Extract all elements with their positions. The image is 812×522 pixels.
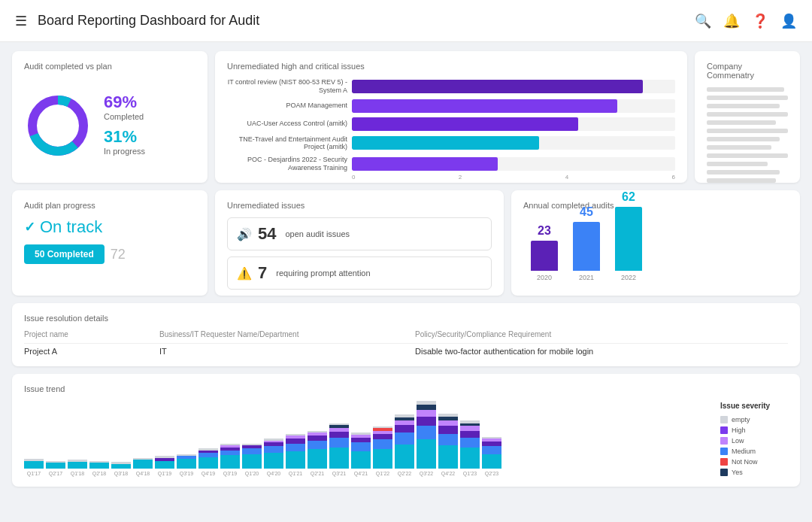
legend-label: empty — [732, 416, 750, 423]
annual-bar — [573, 222, 600, 271]
hamburger-icon[interactable]: ☰ — [15, 13, 27, 29]
bell-icon[interactable]: 🔔 — [723, 13, 740, 29]
trend-bar-col: Q1'17 — [24, 459, 44, 476]
stacked-bar — [46, 461, 65, 469]
commentary-line — [707, 170, 780, 175]
stacked-bar — [177, 454, 196, 469]
stacked-segment — [89, 463, 109, 469]
annual-bar-year: 2021 — [579, 274, 594, 281]
bar-fill — [352, 136, 539, 150]
annual-bar — [531, 241, 558, 271]
trend-bar-label: Q4'21 — [354, 471, 368, 476]
legend-swatch — [720, 458, 728, 466]
stacked-segment — [438, 445, 458, 469]
col-policy: Policy/Security/Compliance Requirement — [415, 330, 788, 338]
trend-bar-col: Q1'20 — [242, 444, 262, 476]
trend-bar-col: Q4'21 — [351, 432, 371, 476]
issue-resolution-title: Issue resolution details — [24, 314, 788, 323]
legend-label: Low — [732, 437, 744, 445]
trend-bar-label: Q1'18 — [71, 471, 84, 476]
issue-box-1: 🔊 54 open audit issues — [227, 217, 492, 250]
audit-icon: 🔊 — [237, 227, 252, 241]
trend-bar-col: Q2'17 — [46, 461, 65, 476]
trend-bar-col: Q3'19 — [177, 454, 196, 476]
trend-chart: Q1'17Q2'17Q1'18Q2'18Q3'18Q4'18Q1'19Q3'19… — [24, 401, 713, 476]
bar-fill — [352, 80, 643, 93]
trend-bar-col: Q2'23 — [482, 437, 501, 476]
bar-axis: 0246 — [227, 174, 675, 181]
commentary-line — [707, 129, 788, 133]
bar-row: UAC-User Access Control (amitk) — [227, 117, 675, 131]
search-icon[interactable]: 🔍 — [695, 13, 711, 29]
on-track-text: On track — [40, 217, 102, 237]
stacked-segment — [133, 460, 153, 469]
stacked-segment — [286, 451, 305, 469]
table-header: Project name Business/IT Requester Name/… — [24, 330, 788, 344]
bar-row: TNE-Travel and Entertainment Audit Proje… — [227, 135, 675, 152]
stacked-segment — [155, 461, 174, 469]
annual-bar-chart: 23 2020 45 2021 62 2022 — [523, 217, 788, 281]
row-2: Audit plan progress ✓ On track 50 Comple… — [12, 190, 800, 296]
inprogress-label: In progress — [104, 147, 145, 156]
legend-item: Not Now — [720, 458, 788, 466]
legend-item: Yes — [720, 469, 788, 476]
trend-bar-col: Q1'23 — [460, 420, 480, 476]
trend-bar-col: Q2'21 — [308, 431, 327, 476]
bar-track — [352, 80, 675, 93]
issue1-desc: open audit issues — [285, 229, 350, 238]
stacked-bar — [24, 459, 44, 469]
stacked-segment — [329, 448, 349, 469]
trend-bar-col: Q4'18 — [133, 458, 153, 476]
page-title: Board Reporting Dashboard for Audit — [38, 13, 695, 29]
trend-bar-label: Q4'19 — [201, 471, 215, 476]
trend-bar-label: Q4'18 — [136, 471, 150, 476]
stacked-segment — [329, 432, 349, 438]
trend-bar-label: Q4'22 — [441, 471, 455, 476]
trend-bar-col: Q3'18 — [111, 462, 131, 476]
stacked-bar — [286, 434, 305, 469]
issue-resolution-card: Issue resolution details Project name Bu… — [12, 303, 800, 366]
bar-label: UAC-User Access Control (amitk) — [227, 120, 347, 128]
stacked-segment — [308, 449, 327, 469]
commentary-line — [707, 178, 776, 183]
unremediated-issues-card: Unremediated issues 🔊 54 open audit issu… — [215, 190, 504, 296]
annual-bar-num: 23 — [538, 224, 551, 238]
trend-bar-label: Q2'22 — [398, 471, 411, 476]
donut-stats: 69% Completed 31% In progress — [104, 93, 145, 159]
stacked-bar — [89, 461, 109, 469]
commentary-line — [707, 104, 780, 108]
warning-icon: ⚠️ — [237, 266, 252, 281]
issue1-count: 54 — [258, 224, 276, 244]
bar-row: POAM Management — [227, 99, 675, 113]
bar-track — [352, 136, 675, 150]
bar-chart: IT control review (NIST 800-53 REV 5) - … — [227, 78, 675, 172]
stacked-segment — [286, 444, 305, 451]
stacked-segment — [111, 464, 131, 469]
stacked-segment — [24, 461, 44, 469]
stacked-bar — [111, 462, 131, 469]
col-project: Project name — [24, 330, 159, 338]
stacked-segment — [329, 438, 349, 448]
audit-completed-title: Audit completed vs plan — [24, 62, 195, 71]
trend-bar-label: Q1'19 — [158, 471, 171, 476]
legend-item: Medium — [720, 448, 788, 455]
stacked-segment — [264, 446, 283, 453]
stacked-segment — [198, 457, 218, 469]
stacked-segment — [46, 463, 65, 469]
trend-bar-label: Q3'19 — [223, 471, 237, 476]
help-icon[interactable]: ❓ — [752, 13, 768, 29]
stacked-segment — [438, 420, 458, 426]
stacked-bar — [373, 426, 392, 469]
issue-trend-title: Issue trend — [24, 384, 788, 393]
trend-bar-label: Q3'18 — [114, 471, 128, 476]
issue2-count: 7 — [258, 263, 267, 283]
stacked-segment — [460, 431, 480, 438]
unremediated-issues-title: Unremediated issues — [227, 201, 492, 210]
stacked-bar — [264, 439, 283, 469]
annual-bar-col: 45 2021 — [573, 205, 600, 281]
user-icon[interactable]: 👤 — [780, 13, 797, 29]
cell-requester: IT — [159, 347, 415, 356]
stacked-segment — [242, 454, 262, 469]
commentary-line — [707, 120, 776, 125]
commentary-line — [707, 162, 768, 166]
